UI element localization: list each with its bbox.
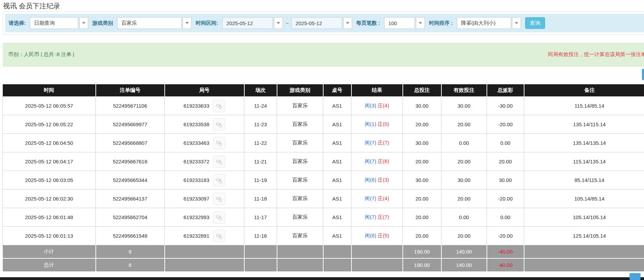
summary-bar: 币别：人民币 | 总共 :8 注单 | 同局有效投注，统一计算在该局第一张注单中 (3, 43, 644, 67)
video-record-icon[interactable] (213, 193, 225, 205)
date-from-value[interactable]: 2025-05-12 (222, 17, 273, 29)
chevron-down-icon[interactable] (79, 17, 88, 29)
cell-bet-id: 522495671106 (96, 97, 165, 115)
cell-payout: -20.00 (487, 190, 524, 208)
cell-total-bet[interactable]: 20.00 (403, 190, 441, 208)
cell-total-bet[interactable]: 30.00 (403, 171, 441, 190)
sort-order-select[interactable]: 降幂(由大到小) (457, 17, 521, 29)
column-header-table-no: 桌号 (323, 84, 351, 97)
cell-total-bet: 190.00 (403, 258, 441, 272)
column-header-game-type: 游戏类别 (277, 84, 323, 97)
result-player: 闲(1) (365, 121, 376, 127)
cell-valid-bet: 30.00 (441, 97, 487, 115)
cell-table-no: AS1 (323, 134, 351, 152)
cell-table-no: AS1 (323, 152, 351, 171)
video-record-icon[interactable] (213, 100, 225, 112)
sort-order-value[interactable]: 降幂(由大到小) (457, 17, 511, 29)
page-size-value[interactable]: 100 (384, 17, 415, 29)
cell-session: 11-22 (244, 134, 277, 152)
page: 视讯 会员下注纪录 请选择: 日期查询 游戏类别 百家乐 时间区间: 2025-… (0, 0, 644, 280)
query-type-value[interactable]: 日期查询 (30, 17, 78, 29)
cell-game-type (277, 258, 323, 272)
time-range-label: 时间区间: (196, 20, 218, 26)
chevron-down-icon[interactable] (512, 17, 521, 29)
video-record-icon[interactable] (213, 137, 225, 149)
grand-total-row: 总计8190.00140.00-40.00 (3, 258, 644, 272)
valid-bet-note: 同局有效投注，统一计算在该局第一张注单中 (548, 51, 644, 58)
cell-round (165, 258, 244, 272)
result-player: 闲(7) (365, 195, 376, 201)
cell-time: 2025-05-12 06:05:22 (3, 115, 96, 134)
round-number: 619232993 (183, 214, 209, 220)
page-size-select[interactable]: 100 (384, 17, 425, 29)
cell-result: 闲(7) 庄(7) (351, 134, 403, 152)
cell-result (351, 258, 403, 272)
cell-valid-bet: 30.00 (441, 171, 487, 190)
cell-payout: -30.00 (487, 97, 524, 115)
filter-bar: 请选择: 日期查询 游戏类别 百家乐 时间区间: 2025-05-12 ~ 20… (5, 14, 644, 32)
cell-table-no: AS1 (323, 115, 351, 134)
result-player: 闲(6) (365, 233, 376, 238)
result-banker: 庄(3) (378, 177, 389, 183)
cell-round: 619232993 (165, 208, 244, 227)
cell-game-type (277, 245, 323, 259)
query-button[interactable]: 查询 (525, 17, 545, 29)
result-player: 闲(7) (365, 214, 376, 220)
game-category-value[interactable]: 百家乐 (117, 17, 182, 29)
cell-round: 619233183 (165, 171, 244, 190)
cell-session: 11-23 (244, 115, 277, 134)
cell-total-bet[interactable]: 20.00 (403, 227, 441, 245)
cell-result: 闲(6) 庄(3) (351, 171, 403, 190)
round-number: 619233097 (183, 196, 209, 202)
table-row: 2025-05-12 06:05:22522495669977619233538… (3, 115, 644, 134)
game-category-select[interactable]: 百家乐 (117, 17, 192, 29)
cell-table-no: AS1 (323, 97, 351, 115)
chevron-down-icon[interactable] (183, 17, 192, 29)
video-record-icon[interactable] (213, 230, 225, 242)
cell-time: 2025-05-12 06:04:17 (3, 152, 96, 171)
cell-total-bet[interactable]: 20.00 (403, 152, 441, 171)
cutoff-button-top-right[interactable] (642, 69, 644, 80)
cell-total-bet[interactable]: 20.00 (403, 115, 441, 134)
cell-bet-id: 522495667618 (96, 152, 165, 171)
cell-session: 11-21 (244, 152, 277, 171)
cell-bet-id: 522495665344 (96, 171, 165, 190)
video-record-icon[interactable] (213, 118, 225, 131)
column-header-total-bet: 总投注 (403, 84, 441, 97)
query-type-select[interactable]: 日期查询 (30, 17, 88, 29)
cell-table-no (323, 245, 351, 259)
cell-bet-id: 522495661548 (96, 227, 165, 245)
video-record-icon[interactable] (213, 211, 225, 224)
cell-result: 闲(6) 庄(5) (351, 227, 403, 245)
video-record-icon[interactable] (213, 174, 225, 186)
cell-table-no: AS1 (323, 171, 351, 190)
cell-total-bet[interactable]: 20.00 (403, 208, 441, 227)
round-number: 619233538 (183, 121, 209, 127)
table-row: 2025-05-12 06:04:50522495668807619233463… (3, 134, 644, 152)
cell-round: 619232891 (165, 227, 244, 245)
video-record-icon[interactable] (213, 155, 225, 168)
chevron-down-icon[interactable] (274, 17, 283, 29)
tilde-separator: ~ (286, 20, 289, 26)
date-to-value[interactable]: 2025-05-12 (292, 17, 342, 29)
cell-sum-label: 总计 (3, 258, 96, 272)
cell-result: 闲(7) 庄(6) (351, 152, 403, 171)
cell-game-type: 百家乐 (277, 134, 323, 152)
date-from-picker[interactable]: 2025-05-12 (222, 17, 283, 29)
cell-valid-bet: 0.00 (441, 208, 487, 227)
cell-total-bet[interactable]: 30.00 (403, 97, 441, 115)
column-header-valid-bet: 有效投注 (441, 84, 487, 97)
cell-result: 闲(1) 庄(0) (351, 115, 403, 134)
cutoff-button-bottom-right[interactable] (630, 273, 641, 280)
currency-total-text: 币别：人民币 | 总共 :8 注单 | (8, 51, 74, 58)
cell-game-type: 百家乐 (277, 97, 323, 115)
cell-valid-bet: 140.00 (441, 258, 487, 272)
cell-payout: -40.00 (487, 245, 524, 259)
cell-round: 619233372 (165, 152, 244, 171)
date-to-picker[interactable]: 2025-05-12 (292, 17, 352, 29)
chevron-down-icon[interactable] (343, 17, 352, 29)
chevron-down-icon[interactable] (416, 17, 425, 29)
cell-session: 11-18 (244, 190, 277, 208)
cell-time: 2025-05-12 06:02:30 (3, 190, 96, 208)
cell-total-bet[interactable]: 30.00 (403, 134, 441, 152)
